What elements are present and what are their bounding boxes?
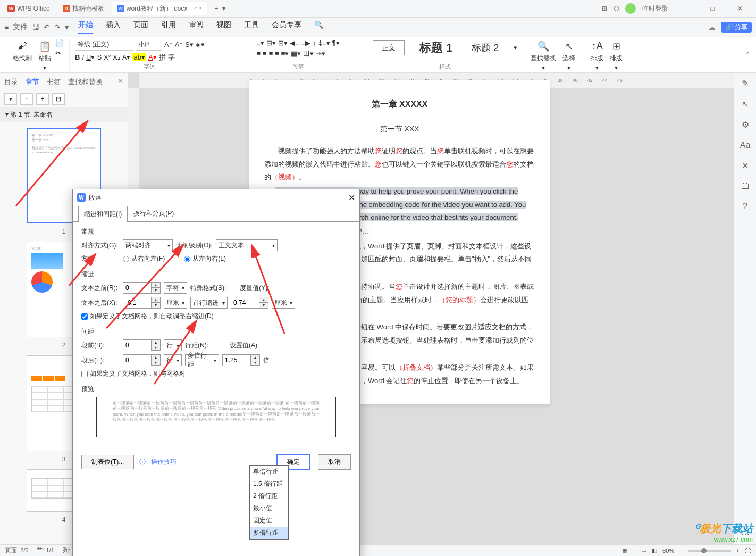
- dialog-tab-indent[interactable]: 缩进和间距(I): [78, 206, 128, 222]
- font-name-select[interactable]: 等线 (正文): [75, 39, 133, 51]
- dropdown-option-double[interactable]: 2 倍行距: [250, 490, 288, 502]
- file-menu[interactable]: 文件: [13, 22, 28, 32]
- metric-spin[interactable]: ▲▼: [231, 297, 268, 309]
- settings2-icon[interactable]: ⚙: [742, 120, 749, 130]
- borders-icon[interactable]: 田▾: [303, 49, 314, 59]
- app-switcher-icon[interactable]: ⊞: [602, 5, 607, 12]
- line-spacing-icon[interactable]: ‡≡▾: [318, 39, 330, 47]
- font-size-select[interactable]: 小四: [136, 39, 162, 51]
- tab-member[interactable]: 会员专享: [272, 20, 301, 34]
- copy-icon[interactable]: 📄: [55, 39, 64, 47]
- view-outline-icon[interactable]: ≡: [633, 547, 636, 554]
- tab-view[interactable]: 视图: [216, 20, 231, 34]
- align-center-icon[interactable]: ≡: [263, 49, 267, 57]
- zoom-out-icon[interactable]: −: [679, 547, 683, 554]
- tab-review[interactable]: 审阅: [189, 20, 204, 34]
- phonetic-icon[interactable]: 拼: [159, 53, 166, 62]
- justify-icon[interactable]: ≡: [275, 49, 279, 57]
- after-text-spin[interactable]: ▲▼: [123, 297, 161, 309]
- login-link[interactable]: 临时登录: [642, 4, 668, 13]
- dropdown-option-fixed[interactable]: 固定值: [250, 514, 288, 527]
- view-web-icon[interactable]: ◧: [652, 547, 657, 554]
- zoom-in-icon[interactable]: +: [736, 547, 740, 554]
- dialog-titlebar[interactable]: W 段落 ✕: [73, 189, 359, 205]
- bold-icon[interactable]: B: [75, 53, 80, 61]
- dropdown-option-multiple[interactable]: 多倍行距: [250, 527, 288, 539]
- help-icon[interactable]: ?: [743, 202, 747, 211]
- tab-wps-home[interactable]: WWPS Office: [2, 2, 55, 15]
- fullscreen-icon[interactable]: ⛶: [745, 547, 751, 554]
- tab-home[interactable]: 开始: [78, 20, 93, 34]
- package-icon[interactable]: ⬡: [614, 5, 619, 12]
- italic-icon[interactable]: I: [82, 53, 84, 61]
- change-case-icon[interactable]: Ѕ▾: [185, 40, 194, 48]
- view-read-icon[interactable]: ▭: [641, 547, 646, 554]
- outline-select[interactable]: 正文文本: [216, 239, 278, 251]
- shading-icon[interactable]: ▦▾: [291, 49, 301, 57]
- redo-icon[interactable]: ↷: [54, 23, 61, 31]
- line-spacing-select[interactable]: 多倍行距: [185, 354, 219, 366]
- space-after-spin[interactable]: ▲▼: [123, 354, 161, 366]
- superscript-icon[interactable]: X²: [104, 53, 111, 61]
- style-pane-icon[interactable]: Aa: [740, 140, 751, 150]
- ribbon-collapse-icon[interactable]: ⌃: [745, 51, 751, 59]
- grid-align-checkbox[interactable]: 如果定义了文档网格，则与网格对: [81, 369, 351, 378]
- after-unit-select[interactable]: 厘米: [164, 297, 187, 309]
- underline-icon[interactable]: U▾: [86, 53, 95, 61]
- distribute-icon[interactable]: ≡▾: [281, 49, 289, 57]
- alignment-select[interactable]: 两端对齐: [123, 239, 173, 251]
- styles-more-icon[interactable]: ▾: [514, 44, 517, 52]
- share-button[interactable]: 🔗 分享: [721, 22, 752, 33]
- metric-unit-select[interactable]: 厘米: [272, 297, 295, 309]
- format-painter-button[interactable]: 🖌格式刷: [11, 39, 34, 64]
- tab-add[interactable]: +▾: [209, 2, 231, 15]
- style-heading2[interactable]: 标题 2: [467, 40, 503, 55]
- undo-icon[interactable]: ↶: [44, 23, 50, 31]
- menu-icon[interactable]: ≡: [4, 23, 9, 31]
- dialog-tab-pagebreak[interactable]: 换行和分页(P): [128, 205, 180, 222]
- align-right-icon[interactable]: ≡: [269, 49, 273, 57]
- sa-unit-select[interactable]: 行: [164, 354, 182, 366]
- tips-link[interactable]: 操作技巧: [151, 458, 177, 467]
- nav-tab-sections[interactable]: 章节: [26, 77, 39, 87]
- tab-reference[interactable]: 引用: [161, 20, 176, 34]
- layout-button[interactable]: ↕A排版▾: [589, 39, 606, 72]
- settings-button[interactable]: ⊞排版▾: [608, 39, 625, 72]
- dialog-close-icon[interactable]: ✕: [348, 193, 355, 203]
- maximize-button[interactable]: □: [702, 0, 723, 18]
- zoom-slider[interactable]: [688, 550, 731, 552]
- tab-tools[interactable]: 工具: [244, 20, 259, 34]
- nav-tab-toc[interactable]: 目录: [4, 77, 18, 87]
- nav-section-header[interactable]: ▾ 第 1 节: 未命名: [0, 107, 128, 122]
- clear-format-icon[interactable]: ◈▾: [196, 40, 205, 48]
- direction-rtl-radio[interactable]: 从右向左(F): [123, 254, 165, 263]
- font-color-icon[interactable]: A▾: [148, 53, 157, 61]
- dropdown-option-min[interactable]: 最小值: [250, 502, 288, 514]
- before-text-spin[interactable]: ▲▼: [123, 282, 161, 294]
- decrease-indent-icon[interactable]: ◀≡: [290, 39, 299, 47]
- direction-ltr-radio[interactable]: 从左向右(L): [184, 254, 226, 263]
- set-value-spin[interactable]: ▲▼: [222, 354, 260, 366]
- view-print-icon[interactable]: ▦: [622, 547, 627, 554]
- tabs-icon[interactable]: ⇥▾: [316, 49, 325, 57]
- special-format-select[interactable]: 首行缩进: [190, 297, 228, 309]
- cut-icon[interactable]: ✂: [55, 49, 64, 57]
- paste-button[interactable]: 📋粘贴▾: [36, 39, 53, 72]
- status-page[interactable]: 页面: 2/6: [5, 546, 28, 554]
- bookmark-icon[interactable]: 🕮: [741, 181, 750, 191]
- sb-unit-select[interactable]: 行: [164, 339, 182, 351]
- enclose-icon[interactable]: 字: [168, 53, 175, 62]
- text-effect-icon[interactable]: A▾: [122, 53, 131, 61]
- select-icon[interactable]: ↖: [742, 99, 749, 109]
- tab-page[interactable]: 页面: [133, 20, 148, 34]
- show-marks-icon[interactable]: ¶▾: [332, 39, 340, 47]
- tools-icon[interactable]: ✕: [742, 161, 749, 171]
- status-section[interactable]: 节: 1/1: [37, 546, 54, 554]
- tab-insert[interactable]: 插入: [106, 20, 121, 34]
- cancel-button[interactable]: 取消: [318, 454, 351, 470]
- qat-more-icon[interactable]: ▾: [65, 23, 69, 31]
- bullets-icon[interactable]: ≡▾: [256, 39, 264, 47]
- multilevel-icon[interactable]: ⊞▾: [278, 39, 288, 47]
- numbering-icon[interactable]: ⊟▾: [266, 39, 276, 47]
- save-icon[interactable]: 🖫: [32, 23, 39, 31]
